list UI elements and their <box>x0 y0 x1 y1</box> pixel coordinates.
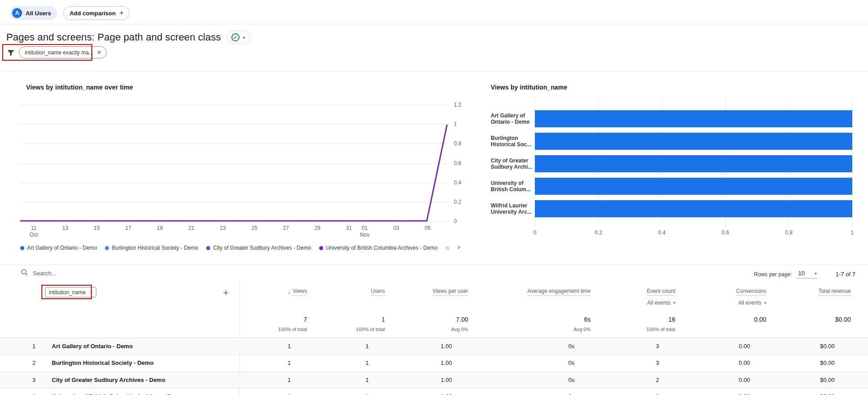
bar-category-line: British Colum... <box>491 186 534 193</box>
column-header[interactable]: Total revenue <box>818 288 851 296</box>
column-header[interactable]: Users <box>371 288 385 296</box>
x-tick-day: 21 <box>188 225 194 232</box>
metric-cell: 1 <box>291 359 369 366</box>
x-tick-day: 27 <box>283 225 289 232</box>
x-axis-tick: 0.6 <box>722 229 729 236</box>
x-tick-day: 19 <box>157 225 163 232</box>
x-axis-tick: 23 <box>220 225 226 232</box>
row-dimension-value: University of British Columbia Archives … <box>36 393 223 395</box>
metric-cell: 0s <box>452 377 574 383</box>
table-pager: Rows per page: 10 ▾ 1-7 of 7 <box>754 270 855 278</box>
table-totals-row: 7100% of total1100% of total7.00Avg 0%6s… <box>240 316 851 332</box>
totals-value: 7 <box>303 316 307 323</box>
row-number: 4 <box>0 393 36 395</box>
gridline <box>852 100 853 227</box>
column-header-label[interactable]: Event count <box>647 288 675 296</box>
column-header-label[interactable]: Conversions <box>736 288 766 296</box>
bar-category-line: Burlington <box>491 135 534 141</box>
all-users-chip[interactable]: A All Users <box>10 6 57 20</box>
column-header[interactable]: ↓Views <box>288 288 307 296</box>
search-input[interactable] <box>33 270 222 277</box>
dimension-selector[interactable]: intitution_name ▾ <box>45 287 96 297</box>
metric-cell: 2 <box>574 393 659 395</box>
column-header-label[interactable]: Views per user <box>433 288 468 296</box>
bar[interactable] <box>535 110 852 127</box>
add-column-button[interactable]: + <box>223 287 229 299</box>
metric-cell: 1 <box>223 343 291 350</box>
metric-cell: 1 <box>223 377 291 383</box>
bar-category-label: Wilfrid LaurierUniversity Arc... <box>491 202 534 215</box>
column-header[interactable]: Conversions <box>736 288 766 296</box>
legend-item[interactable]: Burlington Historical Society - Demo <box>105 245 198 251</box>
x-axis-tick: 0.8 <box>785 229 793 236</box>
column-header-views: ↓Views <box>240 288 307 306</box>
column-header-label[interactable]: Views <box>293 288 307 296</box>
totals-value: 1 <box>381 316 385 323</box>
x-tick-day: 05 <box>425 225 430 232</box>
totals-cell: $0.00 <box>766 316 851 332</box>
x-axis-tick: 25 <box>251 225 257 232</box>
y-axis-tick: 0.6 <box>454 160 461 166</box>
metric-cell: 3 <box>574 343 659 350</box>
bar[interactable] <box>535 178 852 195</box>
totals-cell: 7100% of total <box>240 316 307 332</box>
add-comparison-label: Add comparison <box>69 10 116 17</box>
column-header-event-count: Event countAll events▾ <box>591 288 675 306</box>
event-scope-select[interactable]: All events▾ <box>738 300 766 306</box>
legend-next-button[interactable]: › <box>457 243 460 251</box>
table-row[interactable]: 2Burlington Historical Society - Demo111… <box>0 355 868 372</box>
x-axis-tick: 03 <box>393 225 399 232</box>
x-axis-tick: 0.4 <box>658 229 666 236</box>
legend-dot-icon <box>105 246 109 250</box>
filter-funnel-icon[interactable] <box>6 48 15 57</box>
bar[interactable] <box>535 155 852 172</box>
x-tick-month: Oct <box>30 232 38 238</box>
column-header-conversions: ConversionsAll events▾ <box>675 288 766 306</box>
dimension-label: intitution_name <box>49 289 86 296</box>
column-header-label[interactable]: Users <box>371 288 385 296</box>
column-header-label[interactable]: Total revenue <box>818 288 851 296</box>
bar-category-line: City of Greater <box>491 157 534 164</box>
rows-per-page-select[interactable]: 10 ▾ <box>797 270 818 278</box>
bar-chart-title: Views by intitution_name <box>491 84 567 91</box>
x-axis-tick: 21 <box>188 225 194 232</box>
legend-item[interactable]: City of Greater Sudbury Archives - Demo <box>206 245 311 251</box>
table-row[interactable]: 4University of British Columbia Archives… <box>0 388 868 395</box>
bar[interactable] <box>535 200 852 217</box>
active-filter-chip[interactable]: intitution_name exactly ma... ✕ <box>19 46 107 58</box>
legend-item[interactable]: University of British Columbia Archives … <box>319 245 438 251</box>
metric-cell: $0.00 <box>750 393 835 395</box>
row-number: 1 <box>0 343 36 350</box>
metric-cell: 1.00 <box>369 377 452 383</box>
column-header[interactable]: Views per user <box>433 288 468 296</box>
bar[interactable] <box>535 133 852 150</box>
table-row[interactable]: 1Art Gallery of Ontario - Demo111.000s30… <box>0 337 868 355</box>
add-comparison-button[interactable]: Add comparison + <box>63 6 130 20</box>
y-axis-tick: 1 <box>454 121 457 127</box>
rows-per-page-value: 10 <box>798 270 805 277</box>
filter-chip-label: intitution_name exactly ma... <box>25 49 93 56</box>
bar-category-line: University of <box>491 180 534 186</box>
close-icon[interactable]: ✕ <box>97 49 102 56</box>
x-axis-tick: 1 <box>851 229 854 236</box>
column-header[interactable]: Event count <box>647 288 675 296</box>
legend-label: University of British Columbia Archives … <box>326 245 438 251</box>
table-row[interactable]: 3City of Greater Sudbury Archives - Demo… <box>0 371 868 388</box>
totals-cell: 7.00Avg 0% <box>385 316 468 332</box>
plus-icon: + <box>119 9 124 18</box>
bar-chart-plot <box>535 100 852 227</box>
legend-dot-icon <box>20 246 24 250</box>
x-axis-tick: 13 <box>62 225 68 232</box>
legend-prev-button[interactable]: ‹ <box>445 243 448 251</box>
event-scope-select[interactable]: All events▾ <box>647 300 675 306</box>
x-axis-tick: 0.2 <box>595 229 602 236</box>
totals-value: 0.00 <box>754 316 766 323</box>
row-metrics: 111.000s30.00$0.00 <box>223 359 835 366</box>
y-axis-tick: 0.4 <box>454 180 461 186</box>
totals-subtext: 100% of total <box>278 327 307 332</box>
legend-item[interactable]: Art Gallery of Ontario - Demo <box>20 245 97 251</box>
column-header[interactable]: Average engagement time <box>527 288 591 296</box>
column-header-label[interactable]: Average engagement time <box>527 288 591 296</box>
report-status-badge[interactable]: ✓ ▾ <box>226 31 250 44</box>
totals-cell: 0.00 <box>675 316 766 332</box>
